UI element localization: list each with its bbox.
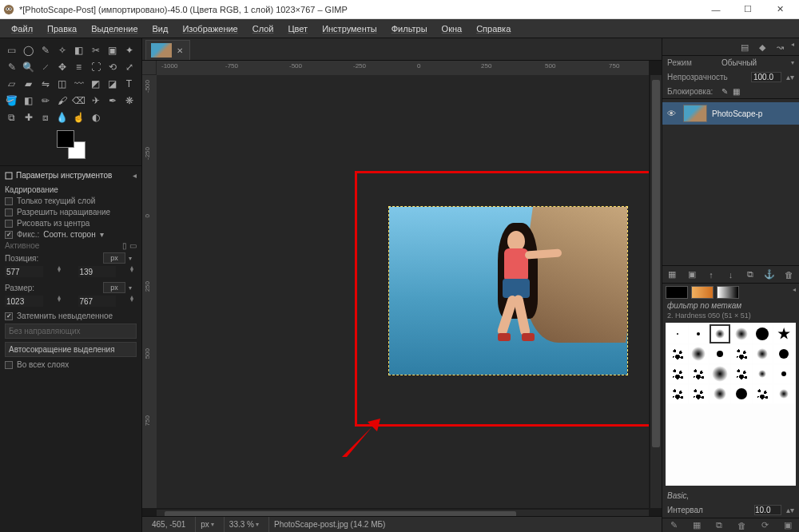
maximize-button[interactable]: ☐	[732, 0, 764, 19]
fixed-checkbox[interactable]: Фикс.: Соотн. сторон ▾	[5, 230, 137, 239]
blend-mode-value[interactable]: Обычный	[721, 58, 786, 67]
image-selection[interactable]	[388, 206, 628, 375]
brush-item[interactable]	[710, 364, 730, 383]
image-tab[interactable]: ✕	[145, 40, 190, 60]
vertical-scrollbar[interactable]	[650, 75, 662, 508]
perspective-tool[interactable]: ▰	[20, 75, 37, 92]
close-button[interactable]: ✕	[764, 0, 796, 19]
size-unit[interactable]: px	[103, 282, 125, 293]
paintbrush-tool[interactable]: 🖌	[54, 92, 70, 109]
minimize-button[interactable]: —	[700, 0, 732, 19]
new-layer-button[interactable]: ▦	[666, 269, 678, 280]
layer-name[interactable]: PhotoScape-p	[712, 109, 762, 118]
draw-from-center-checkbox[interactable]: Рисовать из центра	[5, 219, 137, 228]
bucket-fill-tool[interactable]: 🪣	[3, 92, 20, 109]
ellipse-select-tool[interactable]: ◯	[20, 42, 37, 58]
pencil-tool[interactable]: ✏	[37, 92, 54, 109]
layers-tab-icon[interactable]: ▤	[738, 41, 751, 54]
brush-item[interactable]	[689, 364, 710, 383]
brush-item[interactable]	[667, 344, 688, 363]
edit-brush-button[interactable]: ✎	[670, 520, 678, 530]
guides-dropdown[interactable]: Без направляющих	[5, 324, 137, 339]
position-y-input[interactable]: 139	[78, 266, 117, 277]
delete-layer-button[interactable]: 🗑	[783, 270, 796, 280]
menu-image[interactable]: Изображение	[176, 22, 244, 36]
duplicate-layer-button[interactable]: ⧉	[744, 269, 757, 280]
brush-item[interactable]	[731, 324, 752, 343]
brush-item[interactable]	[731, 344, 752, 363]
ruler-horizontal[interactable]: -1000 -750 -500 -250 0 250 500 750	[157, 61, 649, 75]
tab-close-icon[interactable]: ✕	[175, 46, 185, 55]
menu-windows[interactable]: Окна	[435, 22, 469, 36]
patterns-tab[interactable]	[691, 286, 714, 299]
free-select-tool[interactable]: ✎	[37, 42, 54, 58]
crop-tool[interactable]: ⛶	[87, 58, 104, 75]
ruler-vertical[interactable]: -500 -250 0 250 500 750	[142, 75, 157, 508]
fg-bg-color[interactable]	[54, 130, 89, 159]
brush-item[interactable]	[689, 324, 710, 343]
autoshrink-button[interactable]: Автосокращение выделения	[5, 342, 137, 357]
layer-visibility-icon[interactable]: 👁	[667, 109, 678, 118]
position-x-input[interactable]: 577	[5, 266, 43, 277]
brushes-tab[interactable]	[666, 286, 688, 299]
menu-select[interactable]: Выделение	[85, 22, 144, 36]
brush-item[interactable]	[667, 384, 688, 403]
size-w-input[interactable]: 1023	[5, 296, 43, 307]
only-current-layer-checkbox[interactable]: Только текущий слой	[5, 197, 137, 205]
unified-transform-tool[interactable]: ◩	[87, 75, 104, 92]
all-layers-checkbox[interactable]: Во всех слоях	[5, 360, 137, 369]
warp-tool[interactable]: 〰	[70, 75, 87, 92]
eraser-tool[interactable]: ⌫	[70, 92, 87, 109]
ruler-corner[interactable]	[142, 61, 157, 75]
opacity-input[interactable]	[751, 72, 781, 82]
shear-tool[interactable]: ▱	[3, 75, 20, 92]
gradient-tool[interactable]: ◧	[20, 92, 37, 109]
rotate-tool[interactable]: ⟲	[104, 58, 121, 75]
brush-item[interactable]	[753, 324, 773, 343]
align-tool[interactable]: ≡	[70, 58, 87, 75]
scissors-tool[interactable]: ✂	[87, 42, 104, 58]
brush-item[interactable]	[710, 384, 730, 403]
brush-item[interactable]	[773, 364, 794, 383]
delete-brush-button[interactable]: 🗑	[737, 521, 746, 530]
dodge-tool[interactable]: ◐	[87, 109, 104, 125]
move-tool[interactable]: ✥	[54, 58, 70, 75]
brush-tag-basic[interactable]: Basic,	[667, 491, 689, 500]
duplicate-brush-button[interactable]: ⧉	[716, 520, 722, 530]
brush-item[interactable]	[710, 344, 730, 363]
canvas-viewport[interactable]	[157, 75, 649, 508]
text-tool[interactable]: T	[121, 75, 137, 92]
brush-item[interactable]	[753, 344, 773, 363]
mypaint-tool[interactable]: ❋	[121, 92, 137, 109]
by-color-select-tool[interactable]: ◧	[70, 42, 87, 58]
rect-select-tool[interactable]: ▭	[3, 42, 20, 58]
paths-tab-icon[interactable]: ↝	[773, 41, 786, 54]
open-as-image-button[interactable]: ▣	[784, 520, 792, 530]
anchor-layer-button[interactable]: ⚓	[763, 269, 776, 280]
clone-tool[interactable]: ⧉	[3, 109, 20, 125]
new-group-button[interactable]: ▣	[686, 269, 698, 280]
brush-item[interactable]	[753, 384, 773, 403]
channels-tab-icon[interactable]: ◆	[756, 41, 769, 54]
brush-interval-input[interactable]	[754, 505, 781, 515]
brush-item[interactable]	[710, 324, 730, 343]
brush-item[interactable]	[731, 364, 752, 383]
menu-help[interactable]: Справка	[470, 22, 517, 36]
flip-tool[interactable]: ⇋	[37, 75, 54, 92]
brush-item[interactable]	[773, 324, 794, 343]
brush-item[interactable]	[667, 364, 688, 383]
menu-edit[interactable]: Правка	[41, 22, 83, 36]
ink-tool[interactable]: ✒	[104, 92, 121, 109]
color-picker-tool[interactable]: ✎	[3, 58, 20, 75]
layer-down-button[interactable]: ↓	[724, 270, 737, 280]
menu-layer[interactable]: Слой	[246, 22, 280, 36]
brush-filter-label[interactable]: фильтр по меткам	[662, 300, 799, 312]
active-field[interactable]: Активное	[5, 241, 119, 250]
handle-transform-tool[interactable]: ◪	[104, 75, 121, 92]
brush-item[interactable]	[753, 364, 773, 383]
size-h-input[interactable]: 767	[78, 296, 117, 307]
layer-row[interactable]: 👁 PhotoScape-p	[662, 102, 799, 125]
allow-growing-checkbox[interactable]: Разрешить наращивание	[5, 208, 137, 216]
blur-tool[interactable]: 💧	[54, 109, 70, 125]
brush-item[interactable]	[667, 324, 688, 343]
